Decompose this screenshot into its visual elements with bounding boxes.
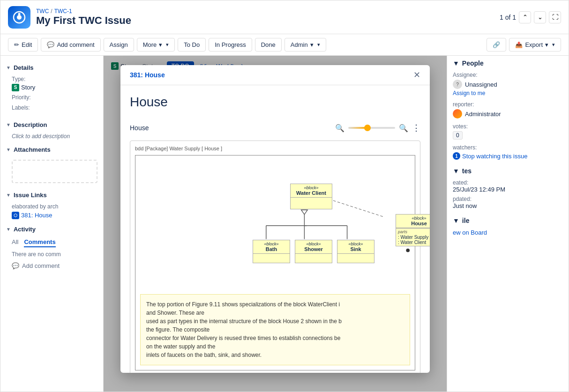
assignee-field: Assignee: ? Unassigned Assign to me xyxy=(453,72,563,96)
zoom-slider[interactable] xyxy=(348,127,395,129)
svg-point-2 xyxy=(18,13,21,15)
description-section-header[interactable]: ▼ Description xyxy=(0,118,103,131)
add-comment-area[interactable]: 💬 Add comment xyxy=(0,259,103,272)
reporter-avatar xyxy=(453,109,462,118)
uml-block-bath: «block» Bath xyxy=(253,240,290,263)
activity-section-header[interactable]: ▼ Activity xyxy=(0,223,103,236)
diagram-description: The top portion of Figure 9.11 shows spe… xyxy=(140,294,410,365)
attachment-dropzone[interactable] xyxy=(12,160,97,183)
more-button[interactable]: More ▾ xyxy=(137,38,175,52)
stop-watching-link[interactable]: Stop watching this issue xyxy=(462,153,527,160)
svg-point-1 xyxy=(17,15,22,20)
edit-button[interactable]: ✏ Edit xyxy=(8,38,38,52)
reporter-field: reporter: Administrator xyxy=(453,101,563,118)
labels-field: Labels: xyxy=(12,104,97,112)
attachments-section-header[interactable]: ▼ Attachments xyxy=(0,143,103,156)
dates-chevron-icon: ▼ xyxy=(453,167,459,175)
issue-link-icon: ⬡ xyxy=(12,212,19,219)
export-chevron-icon: ▾ xyxy=(545,41,548,48)
file-section: ▼ ile ew on Board xyxy=(453,217,563,236)
add-comment-icon: 💬 xyxy=(12,262,19,269)
export-icon: 📤 xyxy=(515,41,523,48)
more-chevron-icon: ▾ xyxy=(159,41,162,48)
issue-links-chevron-icon: ▼ xyxy=(6,192,11,198)
updated-field: pdated: Just now xyxy=(453,196,563,209)
dates-section: ▼ tes eated: 25/Jul/23 12:49 PM pdated: … xyxy=(453,167,563,209)
issue-links-section-header[interactable]: ▼ Issue Links xyxy=(0,189,103,201)
modal-close-button[interactable]: ✕ xyxy=(413,71,420,79)
priority-field: Priority: xyxy=(12,94,97,102)
pagination: 1 of 1 ⌃ ⌄ ⛶ xyxy=(500,11,561,23)
comment-icon: 💬 xyxy=(47,41,54,48)
modal-diagram-title: House xyxy=(130,95,420,110)
no-comments-text: There are no comm xyxy=(0,249,103,259)
zoom-in-icon[interactable]: 🔍 xyxy=(399,124,408,133)
elaborated-label: elaborated by arch xyxy=(12,203,97,210)
svg-line-11 xyxy=(325,198,383,216)
uml-block-sink: «block» Sink xyxy=(337,240,374,263)
tab-comments[interactable]: Comments xyxy=(24,237,55,247)
story-icon: S xyxy=(12,84,19,91)
uml-block-house: «block» House parts : Water Supply : Wat… xyxy=(396,214,430,246)
app-logo xyxy=(8,6,30,29)
assign-button[interactable]: Assign xyxy=(104,38,134,52)
pagination-prev-button[interactable]: ⌃ xyxy=(519,11,531,23)
tab-all[interactable]: All xyxy=(12,237,18,247)
admin-button[interactable]: Admin ▾ xyxy=(284,38,326,52)
view-on-board-link[interactable]: ew on Board xyxy=(453,229,487,236)
bdd-label: bdd [Package] Water Supply [ House ] xyxy=(135,146,415,151)
add-comment-button[interactable]: 💬 Add comment xyxy=(41,38,100,52)
svg-point-12 xyxy=(406,249,410,252)
breadcrumb-project[interactable]: TWC xyxy=(36,8,49,15)
breadcrumb-issue[interactable]: TWC-1 xyxy=(54,8,72,15)
done-button[interactable]: Done xyxy=(255,38,282,52)
modal-overlay: 381: House ✕ House House 🔍 🔍 ⋮ xyxy=(104,56,447,392)
admin-chevron-icon: ▾ xyxy=(310,41,314,48)
type-field: Type: S Story xyxy=(12,76,97,91)
share-button[interactable]: 🔗 xyxy=(487,38,506,52)
reporter-value: Administrator xyxy=(465,111,501,118)
export-button[interactable]: 📤 Export ▾ xyxy=(509,38,561,52)
description-chevron-icon: ▼ xyxy=(6,122,11,127)
uml-block-shower: «block» Shower xyxy=(295,240,332,263)
description-placeholder[interactable]: Click to add description xyxy=(12,133,97,140)
fullscreen-button[interactable]: ⛶ xyxy=(549,11,561,23)
created-field: eated: 25/Jul/23 12:49 PM xyxy=(453,179,563,193)
watchers-count: 1 xyxy=(453,152,460,160)
assignee-value: Unassigned xyxy=(465,81,497,88)
activity-chevron-icon: ▼ xyxy=(6,227,11,232)
details-chevron-icon: ▼ xyxy=(6,65,11,70)
people-section: ▼ People Assignee: ? Unassigned Assign t… xyxy=(453,59,563,160)
breadcrumb: TWC / TWC-1 My First TWC Issue xyxy=(36,8,131,27)
svg-marker-10 xyxy=(301,210,307,214)
modal-title[interactable]: 381: House xyxy=(130,71,165,79)
votes-field: votes: 0 xyxy=(453,123,563,140)
to-do-button[interactable]: To Do xyxy=(178,38,206,52)
diagram-name: House xyxy=(130,124,149,132)
people-chevron-icon: ▼ xyxy=(453,59,459,67)
uml-block-water-client: «block» Water Client xyxy=(290,184,332,209)
diagram-more-button[interactable]: ⋮ xyxy=(412,123,420,133)
share-icon: 🔗 xyxy=(493,41,500,48)
votes-count: 0 xyxy=(453,131,463,140)
modal-dialog: 381: House ✕ House House 🔍 🔍 ⋮ xyxy=(120,65,430,373)
details-section-header[interactable]: ▼ Details xyxy=(0,61,103,74)
assignee-avatar: ? xyxy=(453,80,462,89)
in-progress-button[interactable]: In Progress xyxy=(209,38,252,52)
issue-link-381[interactable]: ⬡ 381: House xyxy=(12,212,97,219)
breadcrumb-separator: / xyxy=(51,8,52,15)
pagination-next-button[interactable]: ⌄ xyxy=(534,11,546,23)
assign-to-me-link[interactable]: Assign to me xyxy=(453,90,563,96)
page-title: My First TWC Issue xyxy=(36,15,131,27)
watchers-field: watchers: 1 Stop watching this issue xyxy=(453,144,563,160)
edit-icon: ✏ xyxy=(14,41,19,48)
zoom-out-icon[interactable]: 🔍 xyxy=(335,124,344,133)
file-chevron-icon: ▼ xyxy=(453,217,459,224)
attachments-chevron-icon: ▼ xyxy=(6,147,11,152)
